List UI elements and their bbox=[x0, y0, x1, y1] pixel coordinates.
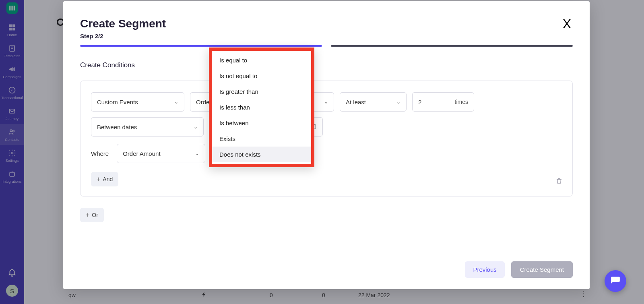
dropdown-option-is-not-equal-to[interactable]: Is not equal to bbox=[212, 68, 311, 84]
and-label: And bbox=[103, 176, 113, 182]
add-or-button[interactable]: + Or bbox=[80, 208, 104, 222]
dropdown-option-is-greater-than[interactable]: Is greater than bbox=[212, 84, 311, 99]
or-label: Or bbox=[92, 212, 98, 218]
count-unit: times bbox=[455, 99, 468, 105]
dropdown-option-is-less-than[interactable]: Is less than bbox=[212, 99, 311, 115]
condition-type-select[interactable]: Custom Events ⌄ bbox=[91, 92, 184, 112]
plus-icon: + bbox=[97, 176, 100, 182]
attribute-select[interactable]: Order Amount ⌄ bbox=[117, 144, 205, 163]
select-value: At least bbox=[346, 99, 366, 105]
date-mode-select[interactable]: Between dates ⌄ bbox=[91, 117, 204, 136]
plus-icon: + bbox=[86, 212, 89, 218]
previous-button[interactable]: Previous bbox=[465, 261, 504, 278]
select-value: Order Amount bbox=[123, 150, 160, 157]
add-and-button[interactable]: + And bbox=[91, 172, 118, 186]
chevron-down-icon: ⌄ bbox=[195, 151, 199, 156]
progress-step-2 bbox=[331, 45, 573, 47]
modal-step: Step 2/2 bbox=[80, 33, 166, 39]
select-value: Between dates bbox=[97, 124, 137, 130]
dropdown-option-is-between[interactable]: Is between bbox=[212, 115, 311, 131]
close-button[interactable]: X bbox=[561, 17, 573, 30]
condition-card: Custom Events ⌄ Order ured ⌄ At least ⌄ … bbox=[80, 81, 573, 196]
delete-condition-button[interactable] bbox=[555, 177, 563, 186]
progress-bar bbox=[80, 45, 573, 47]
frequency-select[interactable]: At least ⌄ bbox=[340, 92, 407, 112]
operator-dropdown: Is equal to Is not equal to Is greater t… bbox=[209, 48, 314, 167]
chevron-down-icon: ⌄ bbox=[194, 124, 198, 130]
modal-title: Create Segment bbox=[80, 17, 166, 30]
create-segment-modal: Create Segment Step 2/2 X Create Conditi… bbox=[63, 1, 590, 289]
chevron-down-icon: ⌄ bbox=[324, 99, 328, 105]
dropdown-option-is-equal-to[interactable]: Is equal to bbox=[212, 52, 311, 68]
count-field[interactable]: 2 times bbox=[412, 92, 474, 112]
chat-fab[interactable] bbox=[605, 270, 626, 292]
create-segment-button[interactable]: Create Segment bbox=[511, 261, 573, 278]
select-value: Custom Events bbox=[97, 99, 138, 105]
chevron-down-icon: ⌄ bbox=[174, 99, 178, 105]
section-title: Create Conditions bbox=[80, 61, 573, 69]
where-label: Where bbox=[91, 150, 109, 157]
count-value: 2 bbox=[418, 99, 421, 105]
dropdown-option-exists[interactable]: Exists bbox=[212, 131, 311, 147]
dropdown-option-does-not-exists[interactable]: Does not exists bbox=[212, 147, 311, 162]
chevron-down-icon: ⌄ bbox=[396, 99, 400, 105]
progress-step-1 bbox=[80, 45, 322, 47]
